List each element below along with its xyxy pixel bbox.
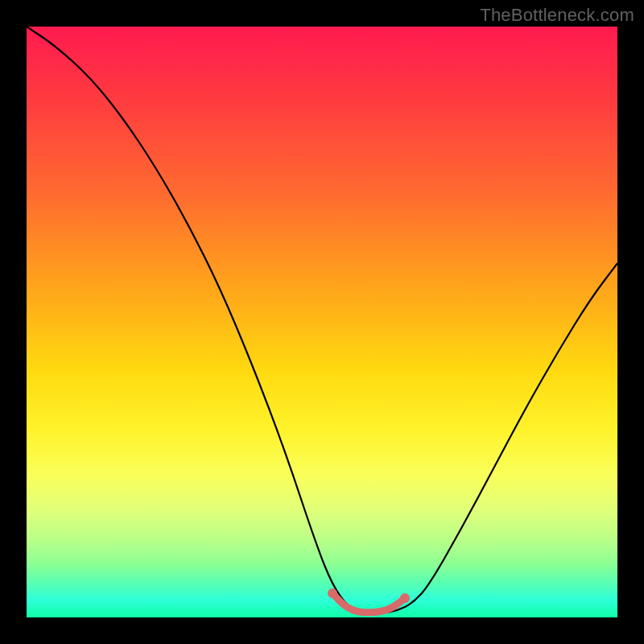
watermark-text: TheBottleneck.com bbox=[480, 5, 634, 26]
chart-gradient-background bbox=[27, 27, 617, 617]
